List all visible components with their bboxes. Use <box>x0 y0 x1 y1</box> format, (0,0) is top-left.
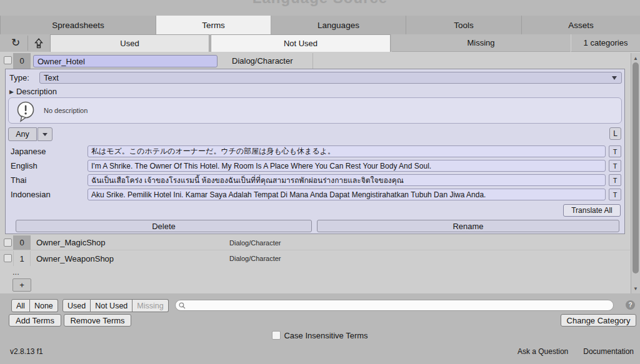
select-all-button[interactable]: All <box>11 299 30 312</box>
type-dropdown[interactable]: Text <box>39 72 622 84</box>
select-group: All None <box>11 299 58 312</box>
main-tab-bar: Spreadsheets Terms Languages Tools Asset… <box>0 16 640 34</box>
export-spreadsheet-button[interactable] <box>28 34 49 52</box>
translation-input[interactable]: I'm A Shrike. The Owner Of This Hotel. M… <box>88 160 606 172</box>
filter-used-button[interactable]: Used <box>62 299 91 312</box>
subtab-not-used[interactable]: Not Used <box>211 34 391 52</box>
usage-group: Used Not Used Missing <box>62 299 169 312</box>
any-filter-button[interactable]: Any <box>8 127 37 141</box>
chevron-down-icon <box>612 76 617 80</box>
chevron-down-icon <box>42 133 48 136</box>
term-checkbox[interactable] <box>4 254 12 262</box>
type-value: Text <box>44 73 59 82</box>
scrollbar-thumb[interactable] <box>632 62 639 273</box>
term-checkbox[interactable] <box>4 56 12 64</box>
term-row-owner-hotel[interactable]: 0 Owner_Hotel Dialog/Character <box>0 53 630 69</box>
scroll-up-icon[interactable]: ▲ <box>631 54 640 62</box>
delete-button[interactable]: Delete <box>16 220 312 232</box>
translate-all-button[interactable]: Translate All <box>563 204 621 217</box>
search-icon <box>179 302 186 309</box>
filter-missing-button: Missing <box>132 299 168 312</box>
tab-languages[interactable]: Languages <box>271 16 406 34</box>
vertical-scrollbar[interactable]: ▲ ▼ <box>631 53 640 293</box>
no-description-text: No description <box>44 98 88 123</box>
scroll-down-icon[interactable]: ▼ <box>631 284 640 293</box>
refresh-button[interactable]: ↻ <box>5 34 26 52</box>
add-term-button[interactable]: + <box>12 278 31 292</box>
case-insensitive-row: Case Insensitive Terms <box>0 330 640 341</box>
case-insensitive-label: Case Insensitive Terms <box>284 331 368 340</box>
case-insensitive-checkbox[interactable] <box>272 331 281 340</box>
row-divider <box>312 53 313 69</box>
terms-toolbar: ↻ Used Not Used Missing 1 categories <box>0 34 640 52</box>
translation-row-japanese: Japanese 私はモズ。このホテルのオーナーだ。ウチの部屋は身も心も休まるよ… <box>6 144 624 159</box>
term-row-owner-weaponshop[interactable]: 1 Owner_WeaponShop Dialog/Character <box>0 251 630 266</box>
subtab-missing[interactable]: Missing <box>392 34 570 52</box>
refresh-icon: ↻ <box>11 37 20 48</box>
language-label: Indonesian <box>11 187 51 202</box>
search-box[interactable] <box>175 300 614 311</box>
translation-row-thai: Thai ฉันเป็นเสือโคร่ง เจ้าของโรงแรมนี้ ห… <box>6 173 624 187</box>
translation-row-indonesian: Indonesian Aku Srike. Pemilik Hotel Ini.… <box>6 187 624 202</box>
tab-assets[interactable]: Assets <box>522 16 640 34</box>
language-source-window: Language Source Spreadsheets Terms Langu… <box>0 0 640 364</box>
term-index-badge: 1 <box>13 251 31 266</box>
help-icon[interactable]: ? <box>626 300 635 310</box>
term-name: Owner_MagicShop <box>36 235 106 250</box>
term-index-badge: 0 <box>13 53 31 69</box>
translate-button[interactable]: T <box>609 145 621 157</box>
version-label: v2.8.13 f1 <box>10 347 43 356</box>
filter-not-used-button[interactable]: Not Used <box>91 299 132 312</box>
foldout-arrow-icon: ▶ <box>9 89 14 95</box>
translation-row-english: English I'm A Shrike. The Owner Of This … <box>6 159 624 173</box>
language-label: English <box>11 159 38 173</box>
export-up-arrow-icon <box>33 37 44 49</box>
tab-terms[interactable]: Terms <box>156 16 271 34</box>
type-label: Type: <box>9 73 29 82</box>
select-none-button[interactable]: None <box>30 299 58 312</box>
speech-bubble-exclamation-icon <box>16 101 36 122</box>
language-label: Japanese <box>11 144 46 159</box>
documentation-link[interactable]: Documentation <box>583 347 634 356</box>
language-label: Thai <box>11 173 26 187</box>
term-row-owner-magicshop[interactable]: 0 Owner_MagicShop Dialog/Character <box>0 235 630 250</box>
translate-button[interactable]: T <box>609 189 621 200</box>
filter-bar: All None Used Not Used Missing ? <box>0 298 640 313</box>
add-terms-button[interactable]: Add Terms <box>9 314 61 327</box>
description-label: Description <box>16 87 57 96</box>
change-category-button[interactable]: Change Category <box>561 314 636 327</box>
ask-question-link[interactable]: Ask a Question <box>518 347 568 356</box>
term-checkbox[interactable] <box>4 239 12 247</box>
tab-tools[interactable]: Tools <box>406 16 522 34</box>
tab-spreadsheets[interactable]: Spreadsheets <box>0 16 156 34</box>
translate-button[interactable]: T <box>609 174 621 186</box>
translate-button[interactable]: T <box>609 160 621 172</box>
term-detail-panel: Type: Text ▶ Description No description … <box>5 69 625 234</box>
term-category-label[interactable]: Dialog/Character <box>232 53 293 69</box>
no-description-box: No description <box>8 97 622 124</box>
search-input[interactable] <box>188 301 613 310</box>
term-category: Dialog/Character <box>229 251 281 266</box>
term-category: Dialog/Character <box>229 235 281 250</box>
translation-input[interactable]: ฉันเป็นเสือโคร่ง เจ้าของโรงแรมนี้ ห้องขอ… <box>88 174 606 186</box>
rename-button[interactable]: Rename <box>317 220 619 232</box>
any-filter-dropdown[interactable] <box>38 127 52 141</box>
translation-input[interactable]: 私はモズ。このホテルのオーナーだ。ウチの部屋は身も心も休まるよ。 <box>88 145 606 157</box>
terms-list: 0 Owner_Hotel Dialog/Character Type: Tex… <box>0 52 640 293</box>
subtab-categories[interactable]: 1 categories <box>571 34 640 52</box>
status-bar: v2.8.13 f1 Ask a Question Documentation <box>0 346 640 358</box>
translation-input[interactable]: Aku Srike. Pemilik Hotel Ini. Kamar Saya… <box>88 189 606 200</box>
subtab-used[interactable]: Used <box>50 34 209 52</box>
description-foldout[interactable]: ▶ Description <box>9 87 57 96</box>
term-name: Owner_WeaponShop <box>36 251 114 266</box>
more-terms-ellipsis: ... <box>12 267 19 277</box>
window-title: Language Source <box>0 0 640 7</box>
language-toggle-button[interactable]: L <box>609 127 621 140</box>
term-index-badge: 0 <box>13 235 31 250</box>
remove-terms-button[interactable]: Remove Terms <box>64 314 131 327</box>
action-bar: Add Terms Remove Terms Change Category <box>0 314 640 328</box>
term-name-input[interactable]: Owner_Hotel <box>33 55 218 67</box>
